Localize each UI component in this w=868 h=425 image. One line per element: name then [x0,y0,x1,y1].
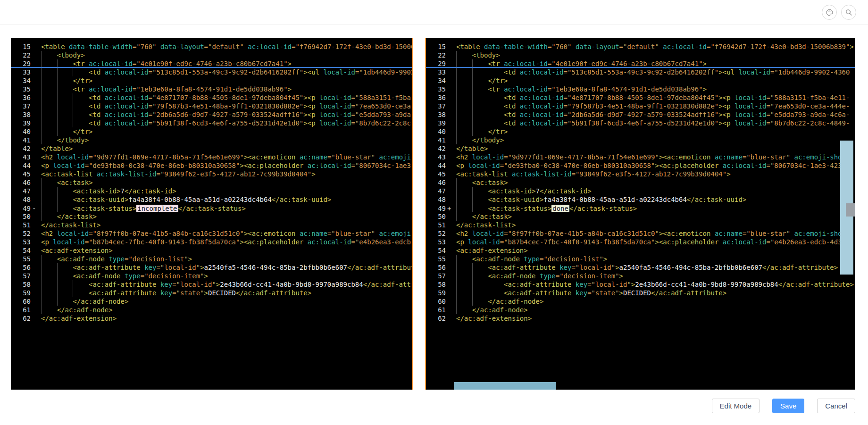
line-content: <table data-table-width="760" data-layou… [41,43,412,50]
indent-guide [456,178,472,187]
code-line: 52<h2 local-id="8f97ff0b-07ae-41b5-a84b-… [11,229,412,238]
cancel-button[interactable]: Cancel [817,399,855,413]
indent-guide [472,280,488,289]
indent-guide [41,306,57,314]
code-line: 58<ac:adf-attribute key="local-id">2e43b… [11,280,412,289]
line-content: <h2 local-id="9d977fd1-069e-4717-8b5a-71… [456,153,850,161]
code-line: 48<ac:task-uuid>fa4a38f4-0b88-45aa-a51d-… [11,195,412,204]
indent-guide [57,85,73,93]
line-content: <td ac:local-id="513c85d1-553a-49c3-9c92… [41,68,412,76]
code-line: 52<h2 local-id="8f97ff0b-07ae-41b5-a84b-… [426,229,855,238]
line-content: <ac:adf-attribute key="state">DECIDED</a… [41,289,311,297]
diff-marker: + [446,204,456,212]
indent-guide [57,280,73,289]
code-line: 44<p local-id="de93fba0-0c38-470e-86eb-b… [11,161,412,170]
line-content: <td ac:local-id="79f587b3-4e51-48ba-9ff1… [41,102,412,110]
line-content: </ac:task-list> [41,221,100,229]
indent-guide [472,204,488,212]
indent-guide [73,102,89,110]
line-content: <p local-id="de93fba0-0c38-470e-86eb-b80… [456,162,850,169]
line-number: 55 [426,255,446,263]
line-number: 35 [11,85,31,93]
line-content: <ac:adf-node type="decision-list"> [41,255,192,263]
code-line: 34</tr> [426,76,855,85]
indent-guide [41,280,57,289]
palette-button[interactable] [822,5,837,20]
indent-guide [41,68,57,76]
minimap[interactable] [839,38,855,390]
line-number: 52 [426,229,446,238]
line-number: 36 [426,93,446,102]
save-button[interactable]: Save [772,399,804,413]
diff-pane-modified[interactable]: 15<table data-table-width="760" data-lay… [426,38,855,390]
code-line: 50</ac:task> [11,212,412,221]
indent-guide [456,85,472,93]
indent-guide [472,119,488,127]
minimap-scroll-thumb[interactable] [846,203,855,217]
line-content: <td ac:local-id="79f587b3-4e51-48ba-9ff1… [456,102,850,110]
indent-guide [57,102,73,110]
code-line: 36<td ac:local-id="4e871707-8b88-4505-8d… [11,93,412,102]
indent-guide [488,102,504,110]
line-content: <ac:adf-node type="decision-item"> [456,272,623,280]
code-line: 60</ac:adf-node> [426,297,855,306]
line-content: <ac:task-uuid>fa4a38f4-0b88-45aa-a51d-a0… [456,196,746,203]
code-line: 42</table> [11,144,412,153]
indent-guide [41,297,57,306]
indent-guide [472,272,488,280]
code-line: 41</tbody> [11,136,412,144]
indent-guide [41,85,57,93]
search-icon [845,8,853,17]
line-number: 48 [426,195,446,204]
search-button[interactable] [841,5,856,20]
indent-guide [41,110,57,119]
line-content: <tr ac:local-id="4e01e90f-ed9c-4746-a23b… [456,60,707,67]
code-line: 33<td ac:local-id="513c85d1-553a-49c3-9c… [426,68,855,76]
indent-guide [472,195,488,204]
indent-guide [57,127,73,136]
horizontal-scrollbar-thumb[interactable] [454,382,556,390]
code-line: 42</table> [426,144,855,153]
line-content: <ac:task-list ac:task-list-id="93849f62-… [41,170,316,178]
line-content: <ac:task-status>incomplete</ac:task-stat… [41,205,246,212]
line-content: <ac:task-id>7</ac:task-id> [456,187,592,195]
line-number: 61 [426,306,446,314]
line-content: </tr> [456,77,508,84]
line-content: <ac:adf-extension> [41,247,113,254]
line-number: 22 [426,51,446,59]
edit-mode-button[interactable]: Edit Mode [712,399,760,413]
indent-guide [472,263,488,272]
line-number: 41 [11,136,31,144]
code-line: 58<ac:adf-attribute key="local-id">2e43b… [426,280,855,289]
line-number: 37 [11,102,31,110]
code-line: 36<td ac:local-id="4e871707-8b88-4505-8d… [426,93,855,102]
line-number: 54 [426,246,446,255]
indent-guide [488,110,504,119]
code-line: 55<ac:adf-node type="decision-list"> [426,255,855,263]
indent-guide [73,280,89,289]
line-content: <tr ac:local-id="4e01e90f-ed9c-4746-a23b… [41,60,292,67]
line-number: 29 [426,59,446,68]
code-line: 47<ac:task-id>7</ac:task-id> [11,187,412,195]
code-line: 50</ac:task> [426,212,855,221]
line-content: <ac:adf-node type="decision-item"> [41,272,208,280]
indent-guide [41,119,57,127]
indent-guide [73,110,89,119]
line-number: 33 [11,68,31,76]
code-line: 35<tr ac:local-id="1eb3e60a-8fa8-4574-91… [426,85,855,93]
indent-guide [41,59,57,68]
line-number: 40 [426,127,446,136]
code-line: 61</ac:adf-node> [426,306,855,314]
diff-pane-original[interactable]: 15<table data-table-width="760" data-lay… [11,38,412,390]
line-number: 49 [11,204,31,212]
line-content: <ac:adf-attribute key="state">DECIDED</a… [456,289,726,297]
code-line: 59<ac:adf-attribute key="state">DECIDED<… [11,289,412,297]
line-content: <td ac:local-id="2db6a5d6-d9d7-4927-a579… [41,111,412,118]
line-content: <td ac:local-id="4e871707-8b88-4505-8de1… [41,94,412,101]
line-number: 34 [11,76,31,85]
line-content: </ac:adf-node> [41,306,113,314]
indent-guide [73,68,89,76]
line-number: 15 [426,42,446,51]
code-line: 22<tbody> [11,51,412,59]
line-content: <td ac:local-id="4e871707-8b88-4505-8de1… [456,94,850,101]
